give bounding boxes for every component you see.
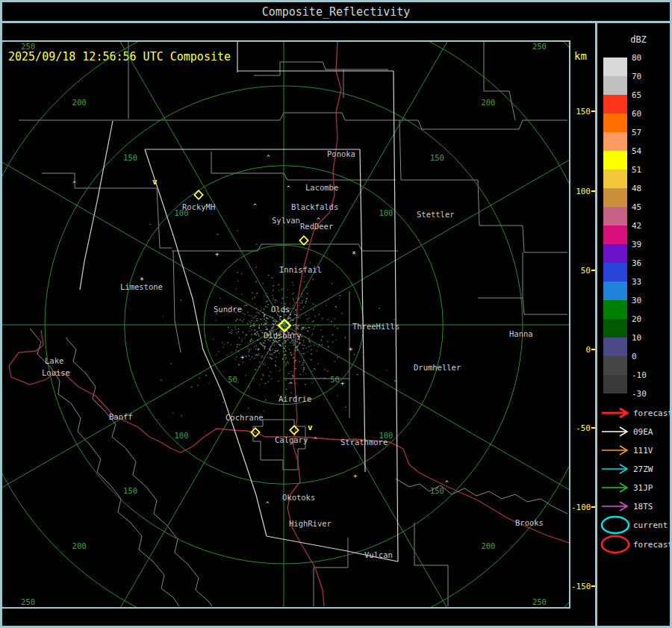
city-label-okotoks: Okotoks [282,493,315,502]
city-label-louise: Louise [42,368,70,377]
city-label-hanna: Hanna [509,329,533,338]
town-caret-marker: ^ [289,382,293,388]
right-axis-tick-label: 100 [571,187,591,196]
town-caret-marker: ^ [287,185,290,192]
colorbar-value-label: -30 [632,389,647,399]
city-label-highriver: HighRiver [289,519,332,528]
right-axis-tick-label: 0 [571,345,591,355]
city-label-airdrie: Airdrie [279,394,311,403]
colorbar-value-label: 70 [632,72,641,81]
city-label-lacombe: Lacombe [305,183,338,192]
radar-coverage-outline [393,71,398,562]
colorbar-band [603,95,627,114]
colorbar-value-label: 39 [632,240,641,249]
ring-distance-label: 50 [228,375,237,384]
colorbar-band [603,57,627,76]
colorbar-value-label: 30 [632,296,641,305]
colorbar-value-label: 60 [632,109,641,119]
town-caret-marker: ^ [266,501,270,508]
colorbar-band [603,375,627,394]
colorbar-value-label: 51 [632,165,641,175]
town-plus-marker: + [340,379,345,387]
colorbar-band [603,282,627,300]
city-label-sundre: Sundre [214,305,242,314]
legend-ellipse-icon [602,517,629,533]
legend-item-18TS: 18TS [602,502,653,512]
colorbar-band [603,356,627,375]
town-plus-marker: + [353,472,358,479]
right-axis-tick-label: 50 [571,266,591,276]
colorbar-band [603,188,627,207]
ring-distance-label: 250 [21,597,35,606]
city-label-calgary: Calgary [275,435,308,444]
legend-item-09EA: 09EA [602,427,653,437]
city-label-blackfalds: Blackfalds [291,202,338,211]
legend-item-current: current [602,517,668,533]
legend-item-label: 111V [633,446,653,456]
ring-distance-label: 200 [72,98,87,107]
right-axis-unit-label: km [574,50,587,62]
county-boundary [19,113,567,129]
colorbar-band [603,263,627,282]
town-plus-marker: + [349,345,353,352]
ring-distance-label: 200 [481,98,495,107]
radar-map-canvas[interactable]: 5050100100100100150150150150200200200200… [2,42,569,607]
colorbar-value-label: 65 [632,90,641,100]
colorbar-band [603,226,627,244]
city-label-lake: Lake [45,356,63,365]
colorbar-band [603,207,627,226]
right-axis-tick-label: 150 [571,107,591,116]
colorbar-band [603,244,627,263]
town-asterisk-marker: * [352,250,356,258]
azimuth-radial [284,325,569,529]
radar-coverage-outline [80,121,113,290]
colorbar-band [603,114,627,132]
legend-item-31JP: 31JP [602,483,653,493]
radar-application-window: Composite_Reflectivity 2025/09/18 12:56:… [0,0,672,628]
colorbar-value-label: 54 [632,146,642,156]
title-divider [2,21,670,23]
county-boundary [396,479,567,514]
town-plus-marker: + [240,353,245,361]
colorbar-value-label: 20 [632,314,641,324]
azimuth-radial [79,325,284,607]
city-label-cochrane: Cochrane [225,413,264,422]
right-axis-tick-label: -100 [571,503,591,512]
ring-distance-label: 250 [532,597,547,606]
colorbar-band [603,300,627,319]
ring-distance-label: 250 [21,42,35,51]
colorbar-value-label: 48 [632,184,641,193]
window-title: Composite_Reflectivity [262,5,411,19]
ring-distance-label: 150 [430,153,444,162]
colorbar-band [603,338,627,356]
legend-item-label: 31JP [633,483,653,493]
legend-item-27ZW: 27ZW [602,464,653,474]
map-bottom-border [2,607,570,609]
ring-distance-label: 150 [123,153,137,162]
colorbar-band [603,319,627,338]
city-label-olds: Olds [271,305,290,314]
city-label-brooks: Brooks [515,518,544,527]
county-boundary [254,62,388,75]
radar-site-icon [290,426,298,434]
city-label-rockymh: RockyMH [182,202,215,211]
colorbar-and-legend: dBZ807065605754514845423936333020100-10-… [597,23,670,626]
radar-site-icon [299,236,308,244]
city-label-ponoka: Ponoka [327,149,355,158]
city-label-threehills: ThreeHills [352,322,399,331]
map-right-border [569,40,570,608]
colorbar-value-label: 10 [632,333,641,343]
city-label-innisfail: Innisfail [279,265,322,274]
right-axis-tick-label: -150 [571,582,591,591]
town-caret-marker: ^ [314,437,317,444]
city-label-sylvan: Sylvan [272,216,300,225]
storm-vector-icon: v [308,423,313,432]
colorbar-band [603,132,627,151]
county-boundary [414,523,448,606]
city-label-vulcan: Vulcan [364,550,393,559]
colorbar-value-label: 0 [632,352,637,361]
colorbar-value-label: 45 [632,202,641,212]
town-plus-marker: + [215,250,220,258]
colorbar-value-label: -10 [632,370,647,380]
legend-ellipse-icon [602,536,629,553]
